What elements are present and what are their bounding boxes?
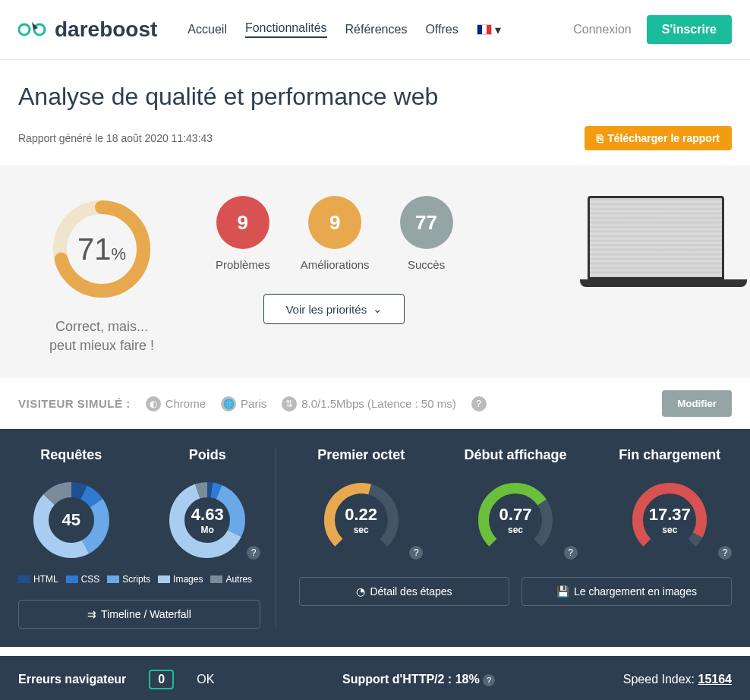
chrome-icon: ◐ (146, 396, 161, 411)
metrics-right: Premier octet 0.22 sec ? Début affichage (276, 447, 732, 629)
filmstrip-button[interactable]: 💾 Le chargement en images (522, 577, 732, 606)
metric-weight: Poids 4.63 Mo ? (155, 447, 261, 562)
metric-start-render: Début affichage 0.77 sec ? (453, 447, 577, 562)
ttfb-unit: sec (345, 525, 377, 535)
clock-icon: ◔ (356, 585, 365, 598)
steps-label: Détail des étapes (370, 585, 452, 598)
counter-improvements: 9 Améliorations (301, 196, 370, 271)
screenshot-preview[interactable] (580, 196, 732, 287)
requests-donut: 45 (30, 478, 113, 562)
weight-title: Poids (155, 447, 261, 463)
errors-status: OK (197, 673, 214, 686)
nav-references[interactable]: Références (345, 23, 408, 36)
help-icon[interactable]: ? (564, 546, 578, 560)
ttfb-gauge: 0.22 sec (320, 478, 403, 562)
timeline-label: Timeline / Waterfall (101, 608, 191, 620)
transfer-icon: ⇅ (282, 396, 297, 411)
location-name: Paris (241, 397, 266, 410)
errors-count: 0 (149, 670, 174, 689)
http2-label: Support d'HTTP/2 : (342, 673, 452, 686)
score-label-2: peut mieux faire ! (18, 336, 185, 355)
score-label: Correct, mais... peut mieux faire ! (18, 317, 185, 355)
nav-home[interactable]: Accueil (188, 23, 227, 36)
brand-logo[interactable]: dareboost (18, 17, 157, 42)
requests-value: 45 (62, 510, 80, 530)
summary-section: 71% Correct, mais... peut mieux faire ! … (0, 166, 750, 378)
help-icon[interactable]: ? (247, 546, 260, 560)
filmstrip-label: Le chargement en images (574, 585, 697, 598)
download-report-button[interactable]: ⎘ Télécharger le rapport (585, 126, 732, 150)
success-label: Succès (400, 258, 453, 271)
legend-css: CSS (66, 574, 100, 585)
steps-detail-button[interactable]: ◔ Détail des étapes (299, 577, 509, 606)
help-icon[interactable]: ? (483, 674, 495, 686)
counter-success: 77 Succès (400, 196, 453, 271)
legend-scripts: Scripts (107, 574, 150, 585)
nav-offers[interactable]: Offres (425, 23, 458, 36)
counters: 9 Problèmes 9 Améliorations 77 Succès (216, 196, 453, 271)
report-meta: Rapport généré le 18 août 2020 11:43:43 … (18, 126, 732, 150)
waterfall-icon: ⇉ (87, 608, 96, 620)
load-value: 17.37 (649, 505, 691, 525)
requests-title: Requêtes (18, 447, 124, 463)
score-value: 71% (77, 232, 126, 266)
priorities-label: Voir les priorités (285, 303, 367, 316)
metric-ttfb: Premier octet 0.22 sec ? (299, 447, 423, 562)
nav-features[interactable]: Fonctionnalités (245, 21, 327, 38)
start-render-gauge: 0.77 sec (474, 478, 557, 562)
ttfb-value: 0.22 (345, 505, 377, 525)
timeline-button[interactable]: ⇉ Timeline / Waterfall (18, 600, 260, 629)
visitor-location: 🌐 Paris (221, 396, 266, 411)
login-link[interactable]: Connexion (573, 23, 632, 36)
nav-right: Connexion S'inscrire (573, 15, 732, 44)
laptop-screen-icon (588, 196, 724, 279)
main-nav: Accueil Fonctionnalités Références Offre… (188, 21, 573, 38)
help-icon[interactable]: ? (718, 546, 732, 560)
main-header: dareboost Accueil Fonctionnalités Référe… (0, 0, 750, 60)
problems-count: 9 (216, 196, 269, 249)
bottom-bar: Erreurs navigateur 0 OK Support d'HTTP/2… (0, 656, 750, 700)
improvements-count: 9 (308, 196, 361, 249)
download-icon: ⎘ (597, 132, 603, 144)
save-icon: 💾 (556, 585, 569, 598)
browser-name: Chrome (165, 397, 206, 410)
errors-label: Erreurs navigateur (18, 673, 126, 686)
start-render-unit: sec (499, 525, 532, 535)
weight-legend: HTML CSS Scripts Images Autres (18, 574, 260, 585)
load-title: Fin chargement (608, 447, 732, 463)
score-number: 71 (77, 232, 112, 266)
success-count: 77 (400, 196, 453, 249)
modify-button[interactable]: Modifier (662, 390, 732, 417)
problems-label: Problèmes (216, 258, 270, 271)
load-unit: sec (649, 525, 691, 535)
speed-label: Speed Index: (623, 673, 695, 686)
score-block: 71% Correct, mais... peut mieux faire ! (18, 196, 185, 355)
score-ring: 71% (49, 196, 155, 302)
speed-value[interactable]: 15164 (698, 673, 733, 686)
http2-value: 18% (455, 673, 480, 686)
score-label-1: Correct, mais... (18, 317, 185, 336)
metric-load: Fin chargement 17.37 sec ? (608, 447, 732, 562)
counter-problems: 9 Problèmes (216, 196, 270, 271)
download-label: Télécharger le rapport (607, 132, 720, 144)
flag-fr-icon (477, 24, 492, 35)
chevron-down-icon: ⌄ (373, 302, 383, 316)
ttfb-title: Premier octet (299, 447, 423, 463)
help-icon[interactable]: ? (471, 396, 487, 411)
page-title-section: Analyse de qualité et performance web Ra… (0, 60, 750, 166)
start-render-value: 0.77 (499, 505, 532, 525)
metric-requests: Requêtes 45 (18, 447, 124, 562)
metrics-left: Requêtes 45 Poids (18, 447, 276, 629)
view-priorities-button[interactable]: Voir les priorités ⌄ (263, 294, 405, 324)
help-icon[interactable]: ? (409, 546, 423, 560)
page-title: Analyse de qualité et performance web (18, 83, 732, 111)
laptop-base-icon (580, 279, 747, 287)
language-selector[interactable]: ▾ (477, 23, 501, 37)
legend-images: Images (158, 574, 203, 585)
improvements-label: Améliorations (301, 258, 370, 271)
metrics-panel: Requêtes 45 Poids (0, 429, 750, 647)
signup-button[interactable]: S'inscrire (647, 15, 732, 44)
visitor-label: VISITEUR SIMULÉ : (18, 397, 131, 410)
chevron-down-icon: ▾ (495, 23, 501, 37)
weight-value: 4.63 (191, 505, 224, 525)
